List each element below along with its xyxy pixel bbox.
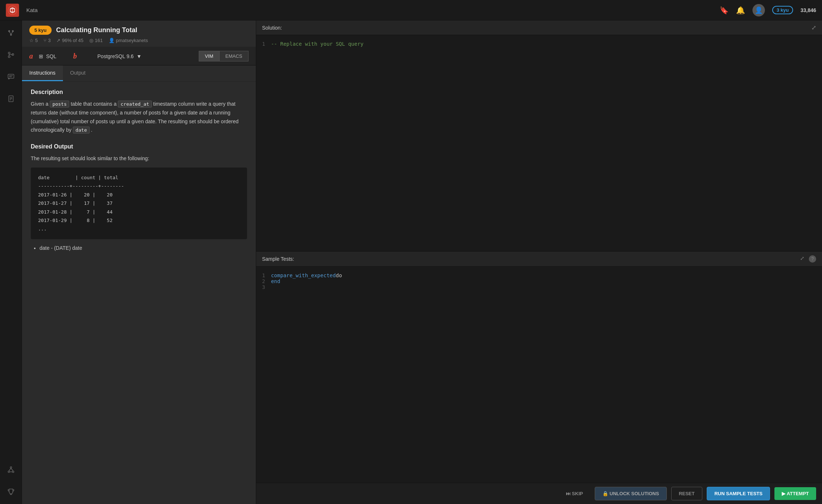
sample-expand-icon[interactable]: ⤢ (800, 255, 804, 263)
top-nav: Kata 🔖 🔔 👤 3 kyu 33,846 (0, 0, 822, 20)
sidebar-chat-icon[interactable] (4, 70, 18, 83)
bookmark-icon: 🔖 (720, 6, 729, 14)
test-line-2: 2 end (262, 278, 816, 284)
expand-icon[interactable]: ⤢ (811, 24, 816, 31)
rank-badge: 3 kyu (772, 6, 793, 14)
tab-instructions[interactable]: Instructions (22, 65, 63, 81)
test-line-num-3: 3 (262, 284, 265, 290)
kata-header: 5 kyu Calculating Running Total ☆ 5 ⑂ 3 (22, 20, 256, 47)
kata-meta: ☆ 5 ⑂ 3 ↗ 96% of 45 ◎ 16 (29, 38, 249, 43)
panel-tabs: Instructions Output (22, 65, 256, 82)
solution-header: Solution: ⤢ (256, 20, 822, 35)
avatar-initial: 👤 (755, 6, 763, 14)
sample-icons: ⤢ ? (800, 255, 816, 263)
fork-icon: ⑂ (44, 38, 46, 43)
completion-meta: ↗ 96% of 45 (56, 38, 83, 43)
db-selector[interactable]: PostgreSQL 9.6 ▼ (97, 53, 142, 59)
chevron-down-icon: ▼ (137, 53, 142, 59)
test-line-num-1: 1 (262, 272, 265, 278)
test-rest-1: do (336, 272, 342, 278)
right-panel: Solution: ⤢ 1 -- Replace with your SQL q… (256, 20, 822, 504)
svg-rect-10 (8, 74, 14, 78)
test-line-num-2: 2 (262, 278, 265, 284)
bell-icon: 🔔 (736, 6, 745, 14)
badge-b: b (73, 52, 77, 60)
svg-line-5 (11, 32, 13, 34)
points-display: 33,846 (800, 7, 816, 13)
sample-help-icon[interactable]: ? (809, 255, 816, 263)
emacs-mode-button[interactable]: EMACS (219, 51, 249, 61)
sidebar-network-icon[interactable] (4, 463, 18, 476)
svg-point-18 (8, 471, 10, 473)
vim-mode-button[interactable]: VIM (199, 51, 219, 61)
app-container: Kata 🔖 🔔 👤 3 kyu 33,846 (0, 0, 822, 504)
test-keyword-1: compare_with_expected (271, 272, 336, 278)
content-area: 5 kyu Calculating Running Total ☆ 5 ⑂ 3 (22, 20, 822, 504)
logo-button[interactable] (6, 4, 19, 17)
sidebar-trophy-icon[interactable] (4, 485, 18, 498)
description-title: Description (31, 89, 247, 95)
run-sample-tests-button[interactable]: RUN SAMPLE TESTS (707, 487, 770, 500)
star-icon: ☆ (29, 38, 34, 43)
tab-output[interactable]: Output (63, 65, 93, 81)
line-number-1: 1 (262, 41, 265, 47)
bullet-date: date - (DATE) date (40, 244, 247, 253)
svg-line-20 (9, 468, 11, 471)
description-text: Given a posts table that contains a crea… (31, 100, 247, 135)
kata-title-row: 5 kyu Calculating Running Total (29, 26, 249, 35)
svg-point-2 (12, 30, 14, 32)
svg-line-4 (9, 32, 11, 34)
solution-code-1: -- Replace with your SQL query (271, 41, 363, 47)
unlock-solutions-button[interactable]: 🔒 UNLOCK SOLUTIONS (595, 487, 667, 500)
main-area: 5 kyu Calculating Running Total ☆ 5 ⑂ 3 (0, 20, 822, 504)
kata-title: Calculating Running Total (56, 26, 137, 34)
skip-button[interactable]: ⏭ SKIP (558, 487, 590, 500)
author-icon: 👤 (109, 38, 115, 43)
sample-test-code[interactable]: 1 compare_with_expected do 2 end 3 (256, 267, 822, 483)
language-selector[interactable]: ⊞ SQL (39, 53, 56, 59)
author-meta: 👤 pmatseykanets (109, 38, 148, 43)
svg-point-19 (12, 471, 14, 473)
sidebar-fork-icon[interactable] (4, 26, 18, 40)
desired-output-title: Desired Output (31, 143, 247, 150)
solutions-meta: ◎ 161 (89, 38, 103, 43)
badge-a: a (29, 52, 33, 60)
posts-code: posts (50, 101, 69, 108)
svg-line-21 (11, 468, 13, 471)
instructions-content: Description Given a posts table that con… (22, 82, 256, 504)
avatar[interactable]: 👤 (752, 4, 765, 16)
desired-desc: The resulting set should look similar to… (31, 154, 247, 163)
code-editor[interactable]: 1 -- Replace with your SQL query (256, 35, 822, 251)
left-panel: 5 kyu Calculating Running Total ☆ 5 ⑂ 3 (22, 20, 256, 504)
solution-label: Solution: (262, 25, 282, 31)
kata-nav-label[interactable]: Kata (26, 7, 38, 13)
kyu-badge: 5 kyu (29, 26, 52, 35)
test-line-3: 3 (262, 284, 816, 290)
completion-icon: ↗ (56, 38, 60, 43)
sql-icon: ⊞ (39, 53, 43, 59)
bottom-bar: ⏭ SKIP 🔒 UNLOCK SOLUTIONS RESET RUN SAMP… (256, 483, 822, 504)
svg-point-7 (8, 56, 10, 58)
svg-point-1 (8, 30, 10, 32)
sample-tests-header: Sample Tests: ⤢ ? (256, 251, 822, 267)
notification-button[interactable]: 🔔 (736, 6, 745, 15)
forks-meta: ⑂ 3 (44, 38, 51, 43)
sidebar-git-icon[interactable] (4, 48, 18, 61)
bullet-list: date - (DATE) date (31, 244, 247, 253)
svg-point-6 (8, 52, 10, 54)
created-at-code: created_at (118, 101, 152, 108)
code-line-1: 1 -- Replace with your SQL query (262, 41, 816, 47)
reset-button[interactable]: RESET (671, 487, 702, 500)
bookmark-button[interactable]: 🔖 (720, 6, 729, 15)
editor-mode: VIM EMACS (199, 51, 249, 61)
sidebar-doc-icon[interactable] (4, 92, 18, 105)
nav-right: 🔖 🔔 👤 3 kyu 33,846 (720, 4, 816, 16)
test-line-1: 1 compare_with_expected do (262, 272, 816, 278)
attempt-button[interactable]: ▶ ATTEMPT (774, 487, 816, 500)
lang-bar: a ⊞ SQL b PostgreSQL 9.6 ▼ VIM EMACS (22, 47, 256, 65)
solutions-icon: ◎ (89, 38, 93, 43)
test-keyword-2: end (271, 278, 280, 284)
stars-meta: ☆ 5 (29, 38, 38, 43)
sample-tests-label: Sample Tests: (262, 256, 294, 262)
svg-point-17 (10, 467, 12, 468)
